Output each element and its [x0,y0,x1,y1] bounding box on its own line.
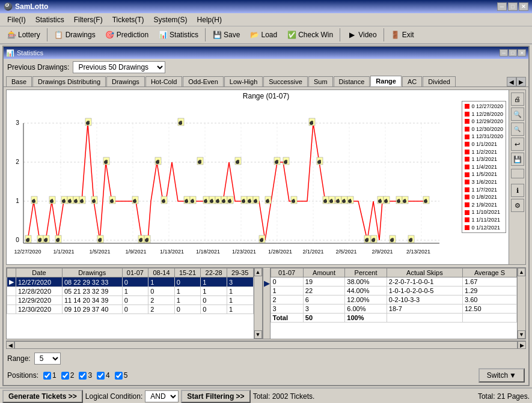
left-table-scrollbar[interactable]: ▲ ▼ [254,268,262,339]
generate-tickets-button[interactable]: Generate Tickets >> [2,390,83,403]
table-row[interactable]: 12/29/2020 11 14 20 34 39 0 2 1 0 1 [7,296,254,305]
chart-title: Range (01-07) [7,90,525,102]
svg-text:1/23/2021: 1/23/2021 [232,249,256,255]
toolbar-lottery[interactable]: 🎰 Lottery [2,28,44,41]
position-4-check[interactable]: 4 [97,371,110,380]
tab-ac[interactable]: AC [402,76,422,86]
scroll-right-button[interactable]: ▶ [518,341,526,349]
undo-button[interactable]: ↩ [511,138,524,151]
table-row[interactable]: ▶ 12/27/2020 08 22 29 32 33 0 1 0 1 3 [7,277,254,287]
toolbar-video[interactable]: ▶ Video [343,28,381,41]
tab-range[interactable]: Range [370,76,402,86]
svg-text:1/18/2021: 1/18/2021 [196,249,220,255]
tabs-prev-button[interactable]: ◀ [507,77,516,86]
svg-text:1/28/2021: 1/28/2021 [268,249,292,255]
bottom-toolbar: Generate Tickets >> Logical Condition: A… [0,387,532,403]
scroll-left-button[interactable]: ◀ [6,341,14,349]
print-button[interactable]: 🖨 [511,92,524,106]
menu-tickets[interactable]: Tickets(T) [108,14,149,25]
stats-minimize-button[interactable]: ─ [500,49,508,56]
tab-divided[interactable]: Divided [423,76,456,86]
horizontal-scrollbar[interactable]: ◀ ▶ [6,341,526,349]
svg-point-83 [179,121,182,125]
settings-button[interactable]: ⚙ [511,199,524,212]
toolbar-exit[interactable]: 🚪 Exit [387,28,418,41]
table-row[interactable]: 12/28/2020 05 21 23 32 39 1 0 1 1 1 [7,287,254,296]
position-1-check[interactable]: 1 [43,371,57,380]
load-icon: 📂 [249,30,259,40]
title-bar: 🎱 SamLotto ─ □ ✕ [0,0,532,13]
col-0107: 01-07 [122,268,148,277]
toolbar-load[interactable]: 📂 Load [245,28,281,41]
prev-drawings-select[interactable]: Previous 50 Drawings Previous 100 Drawin… [73,61,165,73]
logical-condition-select[interactable]: AND OR [145,390,179,402]
svg-point-113 [242,199,245,203]
toolbar-drawings[interactable]: 📋 Drawings [50,28,100,41]
position-5-check[interactable]: 5 [115,371,128,380]
start-filtering-button[interactable]: Start Filtering >> [181,390,250,403]
zoom-in-button[interactable]: 🔍 [511,108,524,121]
tab-odd-even[interactable]: Odd-Even [183,76,224,86]
svg-point-92 [198,160,201,164]
toolbar-statistics[interactable]: 📊 Statistics [154,28,203,41]
svg-point-23 [26,238,29,242]
svg-point-149 [336,199,340,203]
right-scroll-up[interactable]: ▲ [518,268,525,276]
svg-point-95 [204,199,207,203]
svg-point-71 [139,238,142,242]
close-button[interactable]: ✕ [519,2,528,11]
svg-point-164 [378,199,382,203]
table-row[interactable]: 1 22 44.00% 1-0-1-0-2-0-0-5 1.29 [271,286,517,295]
col-drawings: Drawings [62,268,122,277]
maximize-button[interactable]: □ [508,2,518,11]
svg-point-68 [133,199,136,203]
range-area: Range: 5 3 7 10 [4,350,528,367]
right-scroll-down[interactable]: ▼ [518,330,525,339]
minimize-button[interactable]: ─ [497,2,507,11]
tab-drawings[interactable]: Drawings [106,76,145,86]
position-3-check[interactable]: 3 [79,371,92,380]
stats-maximize-button[interactable]: □ [509,49,517,56]
col-2935: 29-35 [227,268,253,277]
zoom-out-button[interactable]: 🔍 [511,123,524,136]
save-chart-button[interactable]: 💾 [511,153,524,166]
table-row[interactable]: 0 19 38.00% 2-2-0-7-1-0-0-1 1.67 [271,277,517,286]
position-2-check[interactable]: 2 [61,371,75,380]
svg-point-53 [86,121,90,125]
toolbar-save[interactable]: 💾 Save [208,28,244,41]
menu-statistics[interactable]: Statistics [31,14,69,25]
tab-drawings-distributing[interactable]: Drawings Distributing [32,76,106,86]
svg-point-146 [329,199,333,203]
prev-drawings-label: Previous Drawings: [7,63,69,71]
info-button[interactable]: ℹ [511,184,524,197]
positions-label: Positions: [7,371,38,380]
menu-help[interactable]: Help(H) [192,14,227,25]
tab-sum[interactable]: Sum [308,76,333,86]
svg-point-26 [32,199,35,203]
toolbar-checkwin[interactable]: ✅ Check Win [283,28,337,41]
svg-point-32 [44,238,47,242]
tab-distance[interactable]: Distance [334,76,370,86]
tab-base[interactable]: Base [6,76,32,86]
table-row[interactable]: 12/30/2020 09 10 29 37 40 0 2 0 0 1 [7,305,254,314]
table-row[interactable]: 2 6 12.00% 0-2-10-3-3 3.60 [271,295,517,305]
svg-point-107 [228,199,231,203]
menu-file[interactable]: File(I) [2,14,31,25]
scroll-up-button[interactable]: ▲ [254,268,262,276]
menu-filters[interactable]: Filters(F) [69,14,108,25]
tab-hot-cold[interactable]: Hot-Cold [145,76,182,86]
scroll-down-button[interactable]: ▼ [254,330,262,339]
tabs-next-button[interactable]: ▶ [516,77,526,86]
color-selector[interactable] [511,169,524,178]
tab-successive[interactable]: Successive [263,76,308,86]
svg-point-125 [266,199,269,203]
toolbar-prediction[interactable]: 🎯 Prediction [101,28,153,41]
table-row[interactable]: 3 3 6.00% 18-7 12.50 [271,305,517,314]
range-select[interactable]: 5 3 7 10 [34,353,61,365]
right-table-scrollbar[interactable]: ▲ ▼ [517,268,525,339]
menu-system[interactable]: System(S) [149,14,192,25]
table-row[interactable]: Total 50 100% [271,314,517,323]
stats-close-button[interactable]: ✕ [518,49,526,56]
tab-low-high[interactable]: Low-High [224,76,263,86]
switch-button[interactable]: Switch ▼ [478,368,525,383]
